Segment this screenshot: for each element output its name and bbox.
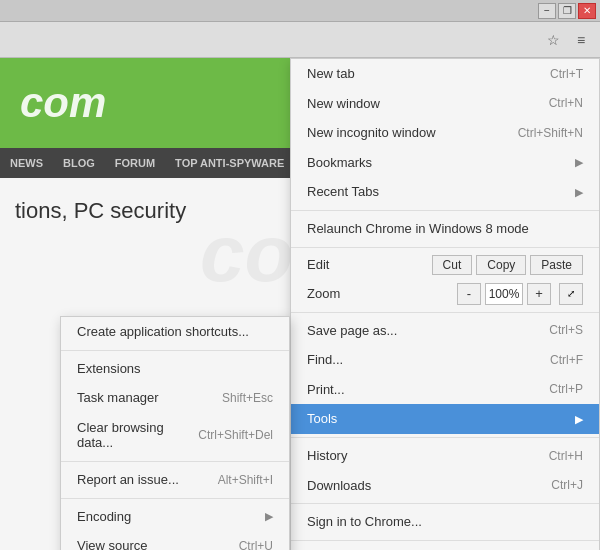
menu-zoom-row: Zoom - 100% + ⤢ bbox=[291, 279, 599, 309]
menu-item-new-incognito[interactable]: New incognito window Ctrl+Shift+N bbox=[291, 118, 599, 148]
menu-item-find[interactable]: Find... Ctrl+F bbox=[291, 345, 599, 375]
browser-toolbar: ☆ ≡ bbox=[0, 22, 600, 58]
nav-forum[interactable]: FORUM bbox=[115, 157, 155, 169]
menu-item-new-tab[interactable]: New tab Ctrl+T bbox=[291, 59, 599, 89]
menu-item-settings[interactable]: Settings bbox=[291, 544, 599, 550]
menu-item-tools[interactable]: Tools ▶ bbox=[291, 404, 599, 434]
cut-button[interactable]: Cut bbox=[432, 255, 473, 275]
zoom-label: Zoom bbox=[307, 286, 453, 301]
tools-submenu-item-task-manager[interactable]: Task manager Shift+Esc bbox=[61, 383, 289, 413]
menu-item-new-window[interactable]: New window Ctrl+N bbox=[291, 89, 599, 119]
menu-item-bookmarks[interactable]: Bookmarks ▶ bbox=[291, 148, 599, 178]
copy-button[interactable]: Copy bbox=[476, 255, 526, 275]
window-titlebar: − ❐ ✕ bbox=[0, 0, 600, 22]
nav-blog[interactable]: BLOG bbox=[63, 157, 95, 169]
restore-button[interactable]: ❐ bbox=[558, 3, 576, 19]
menu-item-relaunch[interactable]: Relaunch Chrome in Windows 8 mode bbox=[291, 214, 599, 244]
menu-separator-6 bbox=[291, 540, 599, 541]
edit-label: Edit bbox=[307, 257, 428, 272]
tools-submenu-separator-3 bbox=[61, 498, 289, 499]
zoom-fullscreen-button[interactable]: ⤢ bbox=[559, 283, 583, 305]
tools-submenu-item-encoding[interactable]: Encoding ▶ bbox=[61, 502, 289, 532]
bookmark-icon[interactable]: ☆ bbox=[542, 29, 564, 51]
website-logo: com bbox=[20, 79, 106, 127]
tools-submenu-separator-2 bbox=[61, 461, 289, 462]
chrome-menu: New tab Ctrl+T New window Ctrl+N New inc… bbox=[290, 58, 600, 550]
menu-item-print[interactable]: Print... Ctrl+P bbox=[291, 375, 599, 405]
zoom-value: 100% bbox=[485, 283, 523, 305]
minimize-button[interactable]: − bbox=[538, 3, 556, 19]
paste-button[interactable]: Paste bbox=[530, 255, 583, 275]
zoom-minus-button[interactable]: - bbox=[457, 283, 481, 305]
menu-item-sign-in[interactable]: Sign in to Chrome... bbox=[291, 507, 599, 537]
menu-item-downloads[interactable]: Downloads Ctrl+J bbox=[291, 471, 599, 501]
menu-item-recent-tabs[interactable]: Recent Tabs ▶ bbox=[291, 177, 599, 207]
menu-item-history[interactable]: History Ctrl+H bbox=[291, 441, 599, 471]
tools-submenu-item-view-source[interactable]: View source Ctrl+U bbox=[61, 531, 289, 550]
tools-submenu-item-app-shortcuts[interactable]: Create application shortcuts... bbox=[61, 317, 289, 347]
menu-icon[interactable]: ≡ bbox=[570, 29, 592, 51]
tools-submenu-item-extensions[interactable]: Extensions bbox=[61, 354, 289, 384]
nav-antispyware[interactable]: TOP ANTI-SPYWARE bbox=[175, 157, 284, 169]
menu-separator-3 bbox=[291, 312, 599, 313]
close-button[interactable]: ✕ bbox=[578, 3, 596, 19]
menu-edit-row: Edit Cut Copy Paste bbox=[291, 251, 599, 279]
tools-submenu-item-report-issue[interactable]: Report an issue... Alt+Shift+I bbox=[61, 465, 289, 495]
menu-item-save-page[interactable]: Save page as... Ctrl+S bbox=[291, 316, 599, 346]
menu-separator-4 bbox=[291, 437, 599, 438]
zoom-plus-button[interactable]: + bbox=[527, 283, 551, 305]
menu-separator-1 bbox=[291, 210, 599, 211]
menu-separator-2 bbox=[291, 247, 599, 248]
menu-separator-5 bbox=[291, 503, 599, 504]
browser-content: com NEWS BLOG FORUM TOP ANTI-SPYWARE TOP… bbox=[0, 58, 600, 550]
tools-submenu-separator-1 bbox=[61, 350, 289, 351]
tools-submenu: Create application shortcuts... Extensio… bbox=[60, 316, 290, 550]
nav-news[interactable]: NEWS bbox=[10, 157, 43, 169]
tools-submenu-item-clear-browsing[interactable]: Clear browsing data... Ctrl+Shift+Del bbox=[61, 413, 289, 458]
